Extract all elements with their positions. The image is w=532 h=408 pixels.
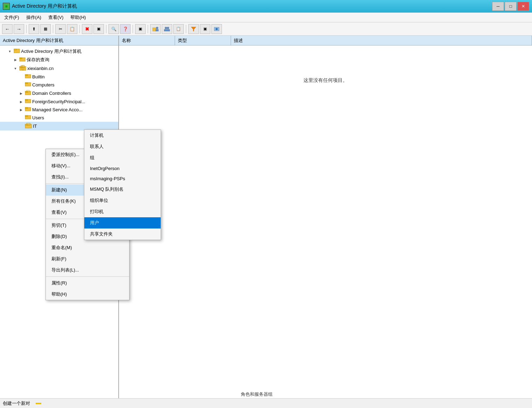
tree-label-computers: Computers: [32, 82, 55, 87]
forward-button[interactable]: →: [14, 24, 24, 34]
tree-label-dc: Domain Controllers: [32, 91, 71, 96]
svg-point-4: [167, 27, 169, 29]
tree-label-users: Users: [32, 115, 44, 120]
new-user-button[interactable]: [150, 24, 161, 34]
svg-rect-0: [153, 28, 156, 31]
toolbar-sep-4: [106, 25, 106, 33]
svg-rect-10: [14, 49, 16, 50]
menu-action[interactable]: 操作(A): [23, 13, 44, 22]
toolbar-sep-5: [133, 25, 133, 33]
ctx-export[interactable]: 导出列表(L)...: [46, 265, 129, 276]
show-hide-button[interactable]: ▦: [40, 24, 51, 34]
delete-button[interactable]: ✖: [82, 24, 92, 34]
title-bar-left: ■ Active Directory 用户和计算机: [3, 3, 77, 10]
svg-rect-2: [156, 29, 159, 31]
svg-rect-12: [20, 58, 22, 59]
col-desc: 描述: [231, 36, 532, 45]
sub-printer[interactable]: 打印机: [84, 206, 161, 217]
ctx-help[interactable]: 帮助(H): [46, 289, 129, 300]
sub-ou[interactable]: 组织单位: [84, 195, 161, 206]
tree-label-msa: Managed Service Acco...: [32, 107, 83, 112]
tree-item-msa[interactable]: ▶ Managed Service Acco...: [0, 106, 118, 114]
tree-label-fsp: ForeignSecurityPrincipal...: [32, 99, 85, 104]
menu-file[interactable]: 文件(F): [1, 13, 22, 22]
col-name: 名称: [119, 36, 175, 45]
mmc-button[interactable]: ▣: [135, 24, 146, 34]
sub-sharedfolders[interactable]: 共享文件夹: [84, 228, 161, 240]
content-header: 名称 类型 描述: [119, 36, 532, 45]
back-button[interactable]: ←: [2, 24, 13, 34]
menu-bar: 文件(F) 操作(A) 查看(V) 帮助(H): [0, 13, 532, 22]
find-button[interactable]: 🔍: [108, 24, 119, 34]
filter-button[interactable]: [188, 24, 199, 34]
window-title: Active Directory 用户和计算机: [12, 3, 77, 9]
svg-rect-19: [25, 75, 28, 76]
svg-rect-23: [25, 91, 28, 92]
empty-message: 这里没有任何项目。: [303, 77, 348, 84]
copy-button[interactable]: 📋: [67, 24, 77, 34]
svg-point-1: [156, 27, 158, 29]
svg-marker-6: [191, 27, 196, 31]
extra-button[interactable]: [211, 24, 222, 34]
ctx-rename[interactable]: 重命名(M): [46, 242, 129, 253]
tree-item-computers[interactable]: Computers: [0, 81, 118, 89]
menu-help[interactable]: 帮助(H): [68, 13, 89, 22]
close-button[interactable]: ✕: [517, 2, 529, 11]
tree-item-users[interactable]: Users: [0, 114, 118, 122]
ctx-refresh[interactable]: 刷新(F): [46, 253, 129, 265]
tree-item-saved[interactable]: ▶ 保存的查询: [0, 56, 118, 64]
export-button[interactable]: 📋: [173, 24, 184, 34]
content-panel: 名称 类型 描述 这里没有任何项目。: [119, 36, 532, 398]
ctx-sep-3: [46, 276, 129, 277]
status-bar: 创建一个新对: [0, 398, 532, 408]
tree-label-domain: xiexianbin.cn: [27, 66, 54, 71]
sub-msmq[interactable]: MSMQ 队列别名: [84, 184, 161, 195]
expand-icon-saved[interactable]: ▶: [13, 57, 18, 63]
tree-item-root[interactable]: ▼ Active Directory 用户和计算机: [0, 47, 118, 56]
tree-item-dc[interactable]: ▶ Domain Controllers: [0, 89, 118, 98]
svg-point-3: [165, 27, 167, 29]
sub-contact[interactable]: 联系人: [84, 141, 161, 152]
toolbar: ← → ⬆ ▦ ✂ 📋 ✖ ▣ 🔍 ❓ ▣ 📋 ▣: [0, 22, 532, 36]
maximize-button[interactable]: □: [505, 2, 517, 11]
filter2-button[interactable]: ▣: [200, 24, 210, 34]
sub-inetorgperson[interactable]: InetOrgPerson: [84, 163, 161, 174]
expand-icon-dc[interactable]: ▶: [18, 91, 24, 96]
tree-label-it: IT: [33, 124, 37, 129]
sub-msimaging[interactable]: msImaging-PSPs: [84, 174, 161, 184]
up-button[interactable]: ⬆: [29, 24, 39, 34]
tree-header-label: Active Directory 用户和计算机: [3, 37, 63, 44]
tree-header: Active Directory 用户和计算机: [0, 36, 118, 45]
sub-group[interactable]: 组: [84, 152, 161, 163]
help-button[interactable]: ❓: [120, 24, 131, 34]
status-text: 创建一个新对: [3, 400, 30, 407]
toolbar-sep-7: [186, 25, 186, 33]
properties-button[interactable]: ▣: [93, 24, 104, 34]
window-controls: ─ □ ✕: [492, 2, 529, 11]
cut-button[interactable]: ✂: [55, 24, 66, 34]
tree-label-builtin: Builtin: [32, 74, 44, 79]
submenu-new: 计算机 联系人 组 InetOrgPerson msImaging-PSPs M…: [84, 129, 161, 240]
minimize-button[interactable]: ─: [492, 2, 504, 11]
toolbar-sep-3: [79, 25, 80, 33]
toolbar-sep-6: [148, 25, 148, 33]
ctx-properties[interactable]: 属性(R): [46, 277, 129, 289]
sub-computer[interactable]: 计算机: [84, 130, 161, 141]
tree-item-domain[interactable]: ▼ xiexianbin.cn: [0, 64, 118, 73]
new-group-button[interactable]: [162, 24, 172, 34]
expand-icon-root[interactable]: ▼: [7, 49, 13, 54]
tree-item-fsp[interactable]: ▶ ForeignSecurityPrincipal...: [0, 98, 118, 106]
menu-view[interactable]: 查看(V): [46, 13, 66, 22]
svg-rect-30: [25, 115, 28, 117]
app-icon: ■: [3, 3, 10, 10]
tree-label-saved: 保存的查询: [27, 57, 49, 63]
sub-user[interactable]: 用户: [84, 217, 161, 228]
tree-item-builtin[interactable]: Builtin: [0, 73, 118, 81]
expand-icon-msa[interactable]: ▶: [18, 107, 24, 113]
col-type: 类型: [175, 36, 231, 45]
expand-icon-domain[interactable]: ▼: [13, 66, 18, 71]
expand-icon-fsp[interactable]: ▶: [18, 99, 24, 105]
tree-label-root: Active Directory 用户和计算机: [21, 48, 82, 55]
svg-rect-5: [164, 29, 170, 31]
svg-rect-26: [25, 99, 28, 100]
